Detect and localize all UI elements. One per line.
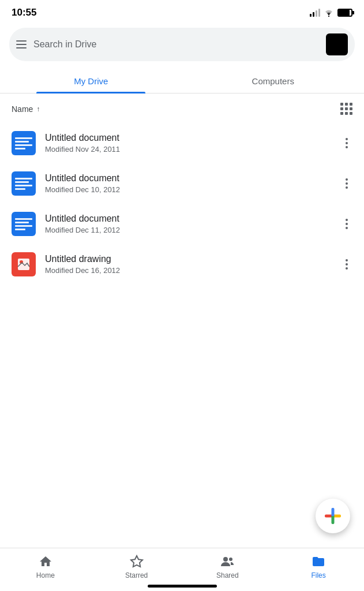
- home-icon: [38, 554, 53, 569]
- star-icon: [129, 554, 144, 569]
- status-time: 10:55: [12, 7, 36, 18]
- home-indicator: [148, 585, 217, 588]
- file-name: Untitled document: [45, 133, 332, 143]
- drawing-icon: [12, 252, 36, 276]
- svg-point-0: [328, 16, 329, 17]
- status-bar: 10:55: [0, 0, 364, 23]
- doc-icon: [12, 171, 36, 196]
- file-name: Untitled drawing: [45, 254, 332, 264]
- more-button[interactable]: [341, 216, 352, 231]
- file-list: Untitled document Modified Nov 24, 2011 …: [0, 121, 364, 287]
- file-info: Untitled document Modified Dec 10, 2012: [45, 173, 332, 194]
- file-meta: Modified Dec 11, 2012: [45, 226, 332, 234]
- more-button[interactable]: [341, 176, 352, 191]
- grid-view-icon[interactable]: [340, 103, 352, 115]
- tab-my-drive[interactable]: My Drive: [0, 68, 182, 93]
- svg-point-4: [223, 557, 228, 562]
- nav-home[interactable]: Home: [0, 554, 91, 579]
- signal-icon: [310, 9, 320, 17]
- search-bar[interactable]: Search in Drive: [9, 28, 355, 61]
- list-header: Name ↑: [0, 93, 364, 121]
- list-item[interactable]: Untitled document Modified Nov 24, 2011: [0, 123, 364, 163]
- files-icon: [311, 554, 326, 569]
- nav-shared-label: Shared: [216, 571, 239, 579]
- more-button[interactable]: [341, 257, 352, 272]
- file-name: Untitled document: [45, 173, 332, 184]
- sort-arrow-icon: ↑: [36, 105, 40, 113]
- menu-icon[interactable]: [16, 40, 27, 48]
- search-input[interactable]: Search in Drive: [33, 39, 319, 50]
- sort-label-text: Name: [12, 104, 33, 114]
- file-info: Untitled document Modified Dec 11, 2012: [45, 214, 332, 234]
- file-meta: Modified Dec 16, 2012: [45, 266, 332, 275]
- list-item[interactable]: Untitled drawing Modified Dec 16, 2012: [0, 244, 364, 285]
- tabs: My Drive Computers: [0, 68, 364, 93]
- sort-button[interactable]: Name ↑: [12, 104, 40, 114]
- file-meta: Modified Nov 24, 2011: [45, 145, 332, 154]
- nav-home-label: Home: [36, 571, 55, 579]
- file-name: Untitled document: [45, 214, 332, 224]
- more-button[interactable]: [341, 136, 352, 151]
- file-info: Untitled drawing Modified Dec 16, 2012: [45, 254, 332, 275]
- list-item[interactable]: Untitled document Modified Dec 10, 2012: [0, 163, 364, 204]
- avatar[interactable]: [326, 33, 348, 55]
- doc-icon: [12, 212, 36, 236]
- nav-files[interactable]: Files: [273, 554, 364, 579]
- svg-point-5: [229, 558, 232, 561]
- file-info: Untitled document Modified Nov 24, 2011: [45, 133, 332, 154]
- nav-starred-label: Starred: [125, 571, 148, 579]
- wifi-icon: [324, 9, 334, 17]
- battery-icon: [337, 9, 352, 17]
- search-container: Search in Drive: [0, 23, 364, 68]
- shared-icon: [220, 554, 235, 569]
- list-item[interactable]: Untitled document Modified Dec 11, 2012: [0, 204, 364, 244]
- add-fab-button[interactable]: [316, 499, 350, 533]
- status-icons: [310, 9, 352, 17]
- doc-icon: [12, 131, 36, 155]
- plus-icon: [325, 508, 341, 524]
- tab-computers[interactable]: Computers: [182, 68, 365, 93]
- nav-starred[interactable]: Starred: [91, 554, 182, 579]
- nav-files-label: Files: [311, 571, 325, 579]
- file-meta: Modified Dec 10, 2012: [45, 185, 332, 194]
- svg-marker-3: [131, 556, 142, 567]
- nav-shared[interactable]: Shared: [182, 554, 273, 579]
